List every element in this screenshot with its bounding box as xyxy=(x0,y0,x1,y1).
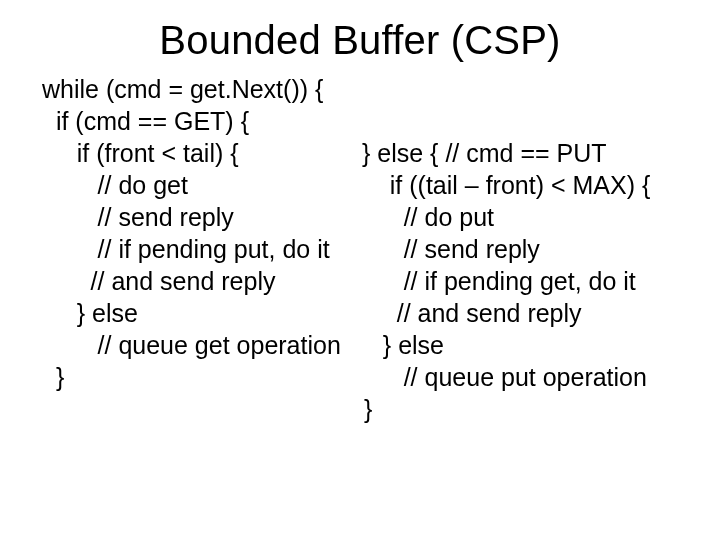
code-line: // queue put operation xyxy=(362,361,710,393)
code-line: // and send reply xyxy=(362,297,710,329)
code-line: // if pending put, do it xyxy=(42,233,362,265)
slide-title: Bounded Buffer (CSP) xyxy=(0,0,720,73)
code-line: // queue get operation xyxy=(42,329,362,361)
slide-body: while (cmd = get.Next()) { if (cmd == GE… xyxy=(0,73,720,425)
code-line: if ((tail – front) < MAX) { xyxy=(362,169,710,201)
code-line: if (front < tail) { xyxy=(42,137,362,169)
code-line: } else xyxy=(362,329,710,361)
code-line: // send reply xyxy=(42,201,362,233)
code-line: while (cmd = get.Next()) { xyxy=(42,73,362,105)
left-column: while (cmd = get.Next()) { if (cmd == GE… xyxy=(42,73,362,425)
slide: Bounded Buffer (CSP) while (cmd = get.Ne… xyxy=(0,0,720,540)
code-line: // if pending get, do it xyxy=(362,265,710,297)
code-line: if (cmd == GET) { xyxy=(42,105,362,137)
code-line: } xyxy=(362,393,710,425)
right-column: } else { // cmd == PUT if ((tail – front… xyxy=(362,73,710,425)
code-line: } else xyxy=(42,297,362,329)
code-line: // and send reply xyxy=(42,265,362,297)
code-line: // do put xyxy=(362,201,710,233)
code-line: } else { // cmd == PUT xyxy=(362,137,710,169)
code-line: // do get xyxy=(42,169,362,201)
code-line: } xyxy=(42,361,362,393)
code-line: // send reply xyxy=(362,233,710,265)
